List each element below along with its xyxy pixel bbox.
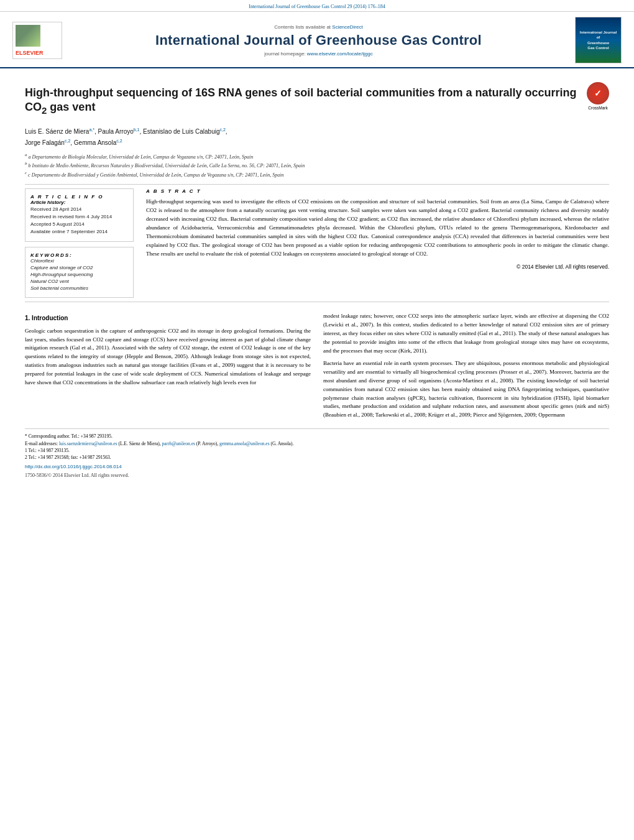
doi-link[interactable]: http://dx.doi.org/10.1016/j.ijggc.2014.0… — [25, 463, 609, 471]
journal-header: ELSEVIER Contents lists available at Sci… — [0, 12, 634, 68]
email-link-1[interactable]: luis.saenzdemierra@unileon.es — [59, 441, 117, 446]
keywords-box: Keywords: Chloroflexi Capture and storag… — [25, 247, 134, 298]
intro-para-2: modest leakage rates; however, once CO2 … — [323, 312, 609, 356]
homepage-link[interactable]: www.elsevier.com/locate/ijggc — [307, 51, 373, 57]
journal-center: Contents lists available at ScienceDirec… — [62, 24, 575, 57]
intro-para-3: Bacteria have an essential role in earth… — [323, 359, 609, 420]
page: International Journal of Greenhouse Gas … — [0, 0, 634, 840]
journal-title: International Journal of Greenhouse Gas … — [62, 32, 575, 48]
divider-2 — [25, 302, 609, 302]
affiliations: a a Departamento de Biología Molecular, … — [25, 152, 609, 179]
issn-line: 1750-5836/© 2014 Elsevier Ltd. All right… — [25, 472, 609, 479]
journal-logo-right: International Journal of Greenhouse Gas … — [575, 17, 622, 63]
article-title: High-throughput sequencing of 16S RNA ge… — [25, 86, 609, 116]
body-right-col: modest leakage rates; however, once CO2 … — [323, 312, 609, 423]
email-link-2[interactable]: parrh@unileon.es — [162, 441, 195, 446]
intro-para-1: Geologic carbon sequestration is the cap… — [25, 327, 311, 388]
article-info-box: A R T I C L E I N F O Article history: R… — [25, 188, 134, 242]
affil-a: a a Departamento de Biología Molecular, … — [25, 154, 253, 160]
affil-b: b b Instituto de Medio Ambiente, Recurso… — [25, 163, 305, 168]
abstract-text: High-throughput sequencing was used to i… — [146, 198, 609, 259]
crossmark-badge: ✓ — [587, 82, 609, 104]
affil-c: c c Departamento de Biodiversidad y Gest… — [25, 172, 283, 178]
crossmark-badge-container: ✓ CrossMark — [587, 82, 609, 110]
body-two-col: 1. Introduction Geologic carbon sequestr… — [25, 312, 609, 423]
body-content: 1. Introduction Geologic carbon sequestr… — [0, 312, 634, 486]
left-sidebar: A R T I C L E I N F O Article history: R… — [25, 188, 134, 298]
contents-line: Contents lists available at ScienceDirec… — [62, 24, 575, 30]
abstract-section: A B S T R A C T High-throughput sequenci… — [146, 188, 609, 298]
footnote-2: 2 Tel.: +34 987 291568; fax: +34 987 291… — [25, 454, 609, 461]
abstract-title: A B S T R A C T — [146, 188, 609, 194]
article-info-abstract: A R T I C L E I N F O Article history: R… — [25, 188, 609, 298]
footnote-emails: E-mail addresses: luis.saenzdemierra@uni… — [25, 440, 609, 447]
footnote-1: 1 Tel.: +34 987 293135. — [25, 447, 609, 454]
intro-heading: 1. Introduction — [25, 313, 311, 323]
body-left-col: 1. Introduction Geologic carbon sequestr… — [25, 312, 311, 423]
elsevier-logo: ELSEVIER — [12, 22, 62, 59]
footnote-star: * Corresponding author. Tel.: +34 987 29… — [25, 433, 609, 440]
footnotes-area: * Corresponding author. Tel.: +34 987 29… — [25, 428, 609, 479]
sciencedirect-link[interactable]: ScienceDirect — [332, 24, 362, 30]
divider-1 — [25, 184, 609, 185]
copyright: © 2014 Elsevier Ltd. All rights reserved… — [146, 264, 609, 270]
journal-citation: International Journal of Greenhouse Gas … — [0, 0, 634, 12]
crossmark-label: CrossMark — [587, 106, 609, 110]
article-content: ✓ CrossMark High-throughput sequencing o… — [0, 68, 634, 312]
journal-homepage: journal homepage: www.elsevier.com/locat… — [62, 51, 575, 57]
authors-line: Luis E. Sáenz de Mieraa,*, Paula Arroyob… — [25, 126, 609, 148]
email-link-3[interactable]: gemma.ansola@unileon.es — [219, 441, 270, 446]
